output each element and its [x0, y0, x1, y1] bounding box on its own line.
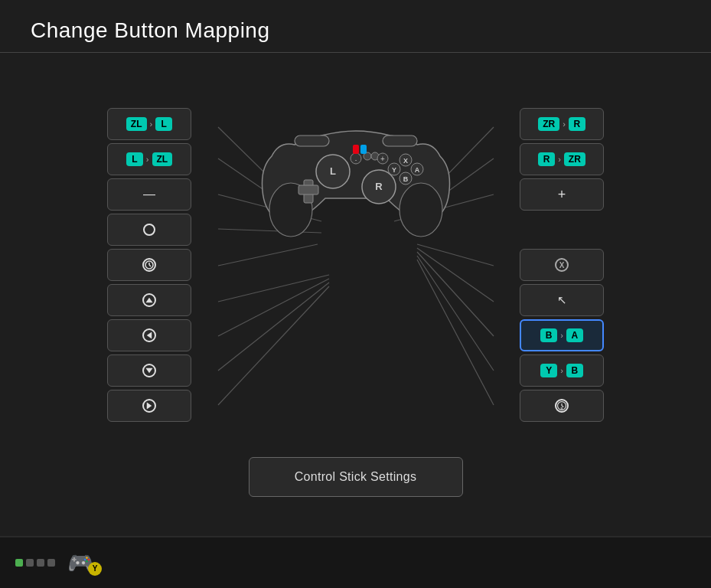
footer-dots: [15, 559, 55, 567]
svg-line-8: [218, 286, 329, 405]
footer-icons: 🎮 Y: [15, 550, 102, 576]
btn-capture[interactable]: [107, 214, 191, 246]
footer-dot-1: [15, 559, 23, 567]
svg-line-6: [218, 279, 329, 336]
y-badge: Y: [88, 562, 102, 576]
svg-rect-24: [298, 185, 318, 194]
x-circle-icon: X: [555, 258, 569, 272]
svg-text:R: R: [561, 407, 563, 410]
btn-y-b[interactable]: Y › B: [520, 354, 604, 387]
badge-l2: L: [126, 152, 143, 166]
svg-text:A: A: [414, 166, 419, 174]
dpad-right-icon: [142, 399, 156, 413]
btn-zr-r[interactable]: ZR › R: [520, 108, 604, 140]
plus-icon: +: [558, 187, 566, 203]
svg-line-14: [417, 252, 494, 336]
btn-dpad-up[interactable]: [107, 284, 191, 316]
svg-line-16: [417, 260, 494, 405]
cursor-icon: ↖: [557, 293, 567, 307]
btn-cursor[interactable]: ↖: [520, 284, 604, 316]
svg-text:Y: Y: [391, 166, 396, 174]
main-content: L R - X A Y: [0, 53, 711, 528]
btn-dpad-left[interactable]: [107, 319, 191, 351]
header: Change Button Mapping: [0, 0, 711, 53]
badge-a: A: [566, 328, 583, 342]
footer-dot-3: [37, 559, 44, 567]
footer-controller-wrapper: 🎮 Y: [64, 550, 102, 576]
dpad-down-icon: [142, 364, 156, 377]
btn-home[interactable]: [107, 249, 191, 281]
btn-r-zr[interactable]: R › ZR: [520, 143, 604, 175]
svg-line-5: [218, 275, 329, 302]
footer-dot-2: [26, 559, 34, 567]
badge-l: L: [155, 117, 172, 131]
control-stick-label: Control Stick Settings: [295, 470, 417, 484]
badge-r: R: [569, 117, 585, 131]
svg-rect-41: [295, 136, 329, 146]
svg-point-18: [400, 183, 442, 237]
controller-graphic: L R - X A Y: [256, 99, 455, 252]
badge-zl: ZL: [126, 117, 147, 131]
btn-l-zl[interactable]: L › ZL: [107, 143, 191, 175]
minus-icon: —: [143, 188, 155, 201]
btn-plus[interactable]: +: [520, 178, 604, 211]
badge-y: Y: [540, 364, 557, 377]
badge-b2: B: [566, 364, 583, 377]
svg-text:L: L: [330, 165, 336, 177]
btn-r-timer[interactable]: R: [520, 390, 604, 422]
svg-rect-29: [353, 145, 359, 154]
badge-zl2: ZL: [152, 152, 173, 166]
btn-minus[interactable]: —: [107, 178, 191, 211]
svg-text:+: +: [380, 155, 385, 163]
btn-x[interactable]: X: [520, 249, 604, 281]
page-title: Change Button Mapping: [31, 18, 680, 43]
badge-zr2: ZR: [564, 152, 585, 166]
svg-line-45: [149, 265, 151, 266]
svg-line-13: [417, 248, 494, 302]
footer: 🎮 Y: [0, 536, 711, 588]
badge-zr: ZR: [538, 117, 559, 131]
dpad-up-icon: [142, 293, 156, 307]
svg-rect-42: [383, 136, 417, 146]
circle-icon: [143, 224, 155, 236]
svg-line-7: [218, 283, 329, 371]
r-timer-icon: R: [555, 399, 569, 413]
svg-line-15: [417, 256, 494, 371]
badge-r2: R: [538, 152, 555, 166]
svg-text:B: B: [403, 175, 408, 183]
dpad-left-icon: [142, 328, 156, 342]
svg-rect-30: [360, 145, 367, 154]
btn-zl-l[interactable]: ZL › L: [107, 108, 191, 140]
home-icon: [142, 258, 156, 272]
footer-dot-4: [47, 559, 55, 567]
btn-dpad-down[interactable]: [107, 354, 191, 387]
page: Change Button Mapping: [0, 0, 711, 588]
btn-dpad-right[interactable]: [107, 390, 191, 422]
svg-text:R: R: [375, 181, 383, 192]
svg-text:-: -: [354, 156, 357, 163]
svg-text:X: X: [403, 157, 407, 165]
control-stick-settings-button[interactable]: Control Stick Settings: [249, 457, 463, 497]
badge-b: B: [540, 328, 557, 342]
btn-b-a[interactable]: B › A: [520, 319, 604, 351]
